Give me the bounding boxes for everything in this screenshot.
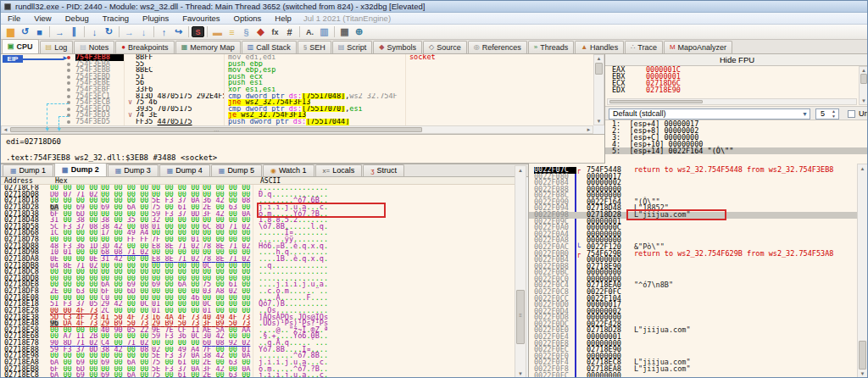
dump-row[interactable]: 02718E9800 00 00 0000 00 00 005E F3 37 0… <box>1 353 515 359</box>
stack-row[interactable]: 0022F0C000000000 <box>529 276 868 283</box>
dump-row[interactable]: 02718DC800 00 00 0000 00 00 0000 00 00 0… <box>1 269 515 275</box>
dump-row[interactable]: 02718D585C F3 37 0838 42 00 0801 00 00 0… <box>1 224 515 231</box>
dump-row[interactable]: 02718E2800 00 4F 732C 00 00 0001 00 00 0… <box>1 308 515 314</box>
register-row[interactable]: EAX0000001C <box>605 66 868 73</box>
dump-row[interactable]: 02718D7800 00 00 0000 00 FF FF7F 00 00 0… <box>1 236 515 243</box>
row-dot-icon[interactable] <box>67 75 70 79</box>
disasm-vscrollbar[interactable]: ▲ ▼ <box>593 54 604 125</box>
stack-row[interactable]: 0022F0C402718EA0"^ó7\n8B" <box>529 282 868 289</box>
dump-row[interactable]: 02718CF800 00 00 0000 00 00 0000 00 00 0… <box>1 185 515 192</box>
stack-argument-row[interactable]: 5: [esp+14] 0022F164 "(Ô\"" <box>605 147 868 154</box>
stack-row[interactable]: 0022F0B0┌754F629Breturn to ws2_32.754F62… <box>529 251 868 258</box>
open-file-icon[interactable]: ▆ <box>3 25 18 38</box>
tab-threads[interactable]: »Threads <box>528 41 574 53</box>
menu-debug[interactable]: Debug <box>58 13 96 25</box>
dump-row[interactable]: 02718EA86A 00 69 0069 00 6A 0075 00 61 0… <box>1 359 515 366</box>
disasm-hscrollbar[interactable]: ◄ ⋯ ► <box>1 125 593 134</box>
row-dot-icon[interactable] <box>67 81 70 85</box>
stack-row[interactable]: 0022F0EC02718E90 <box>529 347 868 353</box>
dump-row[interactable]: 02718DF82E 00 63 006F 00 6D 0000 00 00 0… <box>1 288 515 295</box>
dump-row[interactable]: 02718D8848 F3 36 1D3D 42 00 00E8 8E 71 0… <box>1 243 515 250</box>
dump-row[interactable]: 02718DA80E 00 00 0E31 42 00 00E8 8E 71 0… <box>1 256 515 263</box>
tab-log[interactable]: ▤Log <box>40 41 74 53</box>
clear-log-icon[interactable]: ◆ <box>253 25 268 38</box>
stack-vscrollbar[interactable]: ▲ ▼ <box>857 164 868 378</box>
tab-script[interactable]: ▤Script <box>332 41 373 53</box>
step-into-icon[interactable]: ↓ <box>87 25 102 38</box>
arg-count-stepper[interactable]: 5 ▲▼ <box>815 108 839 120</box>
dump-row[interactable]: 02718E1851 F3 37 0529 42 00 0C01 00 00 0… <box>1 301 515 308</box>
dump-row[interactable]: 02718E5800 00 00 0040 90 05 229E 7E CF 1… <box>1 327 515 334</box>
tab-references[interactable]: ◎References <box>468 41 527 53</box>
patches-icon[interactable]: ▬ <box>210 25 225 38</box>
dump-row[interactable]: 02718EB86F 00 6D 0000 00 00 005E F3 37 0… <box>1 366 515 373</box>
internet-icon[interactable]: ⊕ <box>352 25 366 38</box>
stack-row[interactable]: 0022F08400000002 <box>529 180 868 186</box>
stack-row[interactable]: 0022F0A00000000C <box>529 225 868 231</box>
restart-icon[interactable]: ↺ <box>18 25 32 38</box>
run-to-cursor-icon[interactable]: → <box>122 25 136 38</box>
menu-help[interactable]: Help <box>268 13 298 25</box>
attach-icon[interactable]: § <box>239 25 253 38</box>
menu-file[interactable]: File <box>1 13 27 25</box>
dump-row[interactable]: 02718EC86A 00 69 0069 00 6A 0075 00 61 0… <box>1 372 515 378</box>
tab-trace[interactable]: ∴Trace <box>625 41 663 53</box>
comments-icon[interactable]: ≡ <box>225 25 239 38</box>
stack-row[interactable]: 0022F0D400000002 <box>529 309 868 315</box>
step-over-icon[interactable]: ↻ <box>102 25 116 38</box>
tab-handles[interactable]: ▲Handles <box>575 41 624 53</box>
convention-dropdown[interactable]: Default (stdcall) ▼ <box>609 108 810 120</box>
dump-row[interactable]: 02718DB804 8E 71 0200 00 00 0000 00 00 0… <box>1 263 515 270</box>
dump-row[interactable]: 02718DD800 00 00 0000 00 00 0000 00 00 0… <box>1 275 515 282</box>
registers-hscrollbar[interactable] <box>607 98 857 105</box>
tab-dump-1[interactable]: ▦Dump 1 <box>3 164 53 176</box>
tab-dump-2[interactable]: ▦Dump 2 <box>54 163 107 176</box>
close-icon[interactable]: ■ <box>32 25 47 38</box>
row-dot-icon[interactable] <box>67 95 70 98</box>
register-row[interactable]: ECX02718D6C <box>605 80 868 86</box>
dump-row[interactable]: 02718E0800 00 00 00C0 00 00 0000 00 00 4… <box>1 295 515 302</box>
tab-breakpoints[interactable]: ●Breakpoints <box>115 41 174 53</box>
stack-row[interactable]: 0022F0C80022F0FC <box>529 289 868 296</box>
execute-till-return-icon[interactable]: ↑ <box>157 25 171 38</box>
stack-row[interactable]: 0022F0B400000000 <box>529 257 868 264</box>
dump-row[interactable]: 02718DE800 00 00 006A 00 69 0069 00 6A 0… <box>1 281 515 288</box>
menu-options[interactable]: Options <box>227 13 269 25</box>
tab-dump-5[interactable]: ▦Dump 5 <box>211 164 262 176</box>
tab-notes[interactable]: ▤Notes <box>74 41 114 53</box>
stack-row[interactable]: 0022F0A400000000 <box>529 231 868 238</box>
menu-plugins[interactable]: Plugins <box>136 13 175 25</box>
registers-vscrollbar[interactable]: ▲ ▼ <box>859 66 868 105</box>
stack-row[interactable]: 0022F0BC00000000 <box>529 270 868 276</box>
register-row[interactable]: EBX00000001 <box>605 73 868 80</box>
stack-row[interactable]: 0022F0E400000001 <box>529 334 868 341</box>
dump-row[interactable]: 02718E7890 8D 71 02C4 00 71 0200 00 00 0… <box>1 340 515 347</box>
stack-row[interactable]: 0022F0CC0022F104 <box>529 296 868 303</box>
stack-row[interactable]: 0022F08800000000 <box>529 186 868 193</box>
dump-row[interactable]: 02718E385D C3 4F 7341 50 4F 7316 4A 4F 7… <box>1 314 515 321</box>
stack-row[interactable]: 0022F0D000000017 <box>529 302 868 309</box>
menu-tracing[interactable]: Tracing <box>96 13 136 25</box>
tab-locals[interactable]: x=Locals <box>315 164 363 176</box>
tab-dump-3[interactable]: ▦Dump 3 <box>108 164 159 176</box>
font-icon[interactable]: A. <box>303 25 317 38</box>
step-down-icon[interactable]: ↓ <box>136 25 151 38</box>
stack-row[interactable]: 0022F08C00000000 <box>529 192 868 199</box>
dump-row[interactable]: 02718D4831 00 38 0038 00 35 0032 00 00 0… <box>1 217 515 224</box>
dump-row[interactable]: 02718D9810 01 00 0068 08 71 0200 00 00 0… <box>1 249 515 256</box>
stack-row[interactable]: 0022F0D800000000 <box>529 314 868 321</box>
stack-row[interactable]: 0022F0FC00000000 <box>529 373 868 378</box>
save-icon[interactable]: ▥ <box>317 25 331 38</box>
stack-row[interactable]: 0022F0B802718E90 <box>529 264 868 270</box>
settings-icon[interactable]: S <box>192 26 204 37</box>
run-to-user-code-icon[interactable]: ↪ <box>171 25 186 38</box>
log-hash-icon[interactable]: # <box>282 25 297 38</box>
calculator-icon[interactable]: ▦ <box>337 25 352 38</box>
stack-row[interactable]: 0022F0E002718D28L"jiijua.com" <box>529 327 868 334</box>
disasm-row[interactable]: 754F3ED5FF35 44705175push dword ptr ds:[… <box>1 119 604 125</box>
row-dot-icon[interactable] <box>67 63 70 66</box>
tab-struct[interactable]: ʒStruct <box>363 164 404 176</box>
expression-fx-icon[interactable]: fx <box>268 25 282 38</box>
tab-dump-4[interactable]: ▦Dump 4 <box>159 164 210 176</box>
stack-row[interactable]: 0022F08000000017 <box>529 174 868 181</box>
